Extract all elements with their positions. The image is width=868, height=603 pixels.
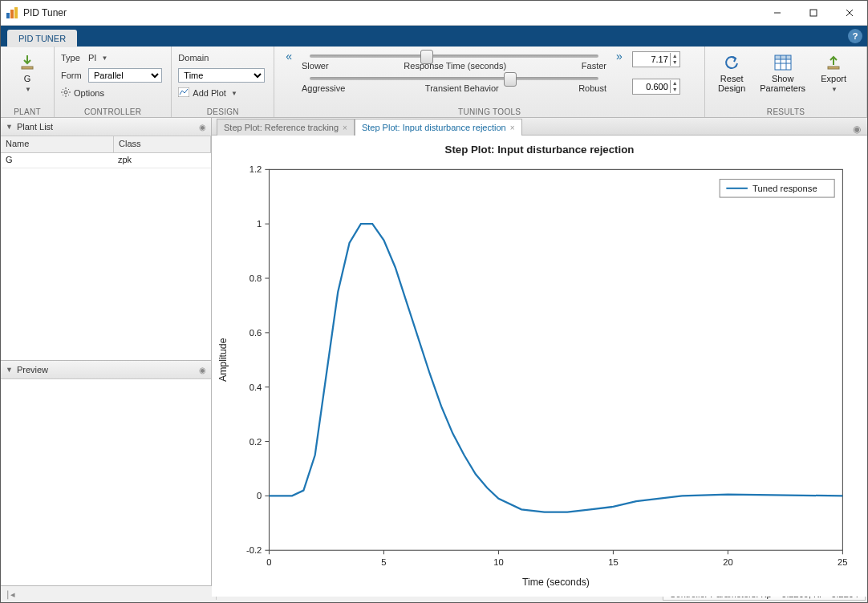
ribbon-group-design: DESIGN [172,107,274,116]
response-time-slider[interactable] [310,50,598,63]
show-parameters-button[interactable]: ShowParameters [756,50,809,96]
svg-text:1.2: 1.2 [249,164,262,174]
gear-icon [61,87,71,99]
domain-select[interactable]: Time [178,68,265,83]
app-tab-pidtuner[interactable]: PID TUNER [7,30,77,47]
svg-line-15 [63,95,63,95]
spinner-down-icon[interactable]: ▼ [670,87,679,93]
status-left[interactable]: ∣◂ [1,589,217,600]
minimize-button[interactable] [759,1,795,25]
svg-text:5: 5 [381,557,386,567]
chevron-down-icon: ▼ [101,55,107,62]
step-back-button[interactable]: « [281,50,297,63]
svg-rect-7 [22,67,33,69]
close-tab-icon[interactable]: × [510,123,515,132]
options-button[interactable]: Options [61,85,164,101]
form-select[interactable]: Parallel [88,68,162,83]
preview-title: Preview [17,365,48,374]
response-time-spinner[interactable]: ▲▼ [632,51,680,67]
options-label: Options [74,88,104,98]
ribbon-group-tuning: TUNING TOOLS [274,107,704,116]
col-name[interactable]: Name [1,136,114,152]
show-parameters-label: ShowParameters [760,74,805,93]
help-button[interactable]: ? [848,29,862,43]
export-label: Export [821,74,846,83]
ribbon-group-results: RESULTS [705,107,866,116]
plant-list-header[interactable]: ▼Plant List◉ [1,118,211,136]
transient-behavior-value[interactable] [633,82,670,91]
panel-menu-icon[interactable]: ◉ [199,366,206,374]
col-class[interactable]: Class [114,136,211,152]
svg-text:25: 25 [838,557,847,567]
response-time-value[interactable] [633,55,670,64]
svg-line-13 [63,89,63,90]
svg-line-16 [68,89,69,90]
window-title: PID Tuner [23,7,67,18]
svg-text:Step Plot: Input disturbance r: Step Plot: Input disturbance rejection [445,144,635,156]
plant-import-button[interactable]: G▼ [7,50,47,96]
add-plot-button[interactable]: Add Plot▼ [178,85,267,101]
svg-text:0: 0 [257,491,262,500]
plant-button-label: G [24,74,31,83]
collapse-icon: ▼ [6,366,13,374]
svg-text:0.4: 0.4 [249,382,262,392]
svg-text:0.6: 0.6 [249,328,262,338]
left-sidebar: ▼Plant List◉ Name Class Gzpk ▼Preview◉ [1,118,212,585]
svg-text:15: 15 [608,557,618,567]
svg-text:1: 1 [257,219,262,229]
svg-rect-2 [14,7,18,18]
type-value[interactable]: PI [88,53,96,63]
svg-text:10: 10 [493,557,503,567]
svg-line-14 [68,95,69,95]
close-button[interactable] [831,1,867,25]
table-row[interactable]: Gzpk [1,153,211,168]
preview-body [1,379,211,585]
transient-behavior-slider[interactable] [310,72,598,85]
chevron-down-icon: ▼ [831,86,838,93]
ribbon: G▼ PLANT Type PI▼ Form Parallel Options … [1,47,867,118]
document-area: Step Plot: Reference tracking×Step Plot:… [212,118,867,585]
step-plot: Step Plot: Input disturbance rejection05… [212,136,867,597]
document-tabs: Step Plot: Reference tracking×Step Plot:… [212,118,867,136]
add-plot-label: Add Plot [193,88,226,98]
svg-text:0.8: 0.8 [249,273,262,283]
doc-tab[interactable]: Step Plot: Reference tracking× [217,119,355,136]
preview-header[interactable]: ▼Preview◉ [1,361,211,379]
svg-text:0: 0 [266,557,271,567]
svg-text:-0.2: -0.2 [246,545,262,555]
svg-rect-23 [775,55,791,59]
close-tab-icon[interactable]: × [343,123,347,132]
svg-rect-24 [828,67,839,69]
export-button[interactable]: Export▼ [813,50,854,96]
svg-text:0.2: 0.2 [249,437,262,447]
export-icon [825,51,842,74]
ribbon-group-controller: CONTROLLER [55,107,171,116]
app-logo-icon [6,6,18,19]
ribbon-group-plant: PLANT [1,107,54,116]
svg-rect-0 [6,13,10,18]
reset-design-button[interactable]: ResetDesign [712,50,752,96]
svg-rect-1 [10,10,14,18]
import-icon [18,51,36,74]
svg-text:20: 20 [723,557,732,567]
plot-icon [178,87,189,99]
plant-table-body: Gzpk [1,153,211,360]
spinner-down-icon[interactable]: ▼ [670,59,679,66]
spinner-up-icon[interactable]: ▲ [670,80,679,87]
svg-rect-26 [269,169,842,550]
form-label: Form [61,71,85,80]
svg-point-8 [64,91,67,94]
undo-icon [723,51,740,74]
collapse-icon: ▼ [6,123,13,131]
maximize-button[interactable] [795,1,831,25]
doc-tab[interactable]: Step Plot: Input disturbance rejection× [355,119,522,136]
svg-text:Time (seconds): Time (seconds) [522,577,590,588]
doc-gear-icon[interactable]: ◉ [853,123,861,135]
transient-behavior-spinner[interactable]: ▲▼ [632,79,680,95]
panel-menu-icon[interactable]: ◉ [199,123,206,132]
plant-list-title: Plant List [17,122,53,132]
chevron-down-icon: ▼ [231,90,237,97]
spinner-up-icon[interactable]: ▲ [670,53,679,59]
step-forward-button[interactable]: » [611,50,627,63]
titlebar: PID Tuner [1,1,867,26]
